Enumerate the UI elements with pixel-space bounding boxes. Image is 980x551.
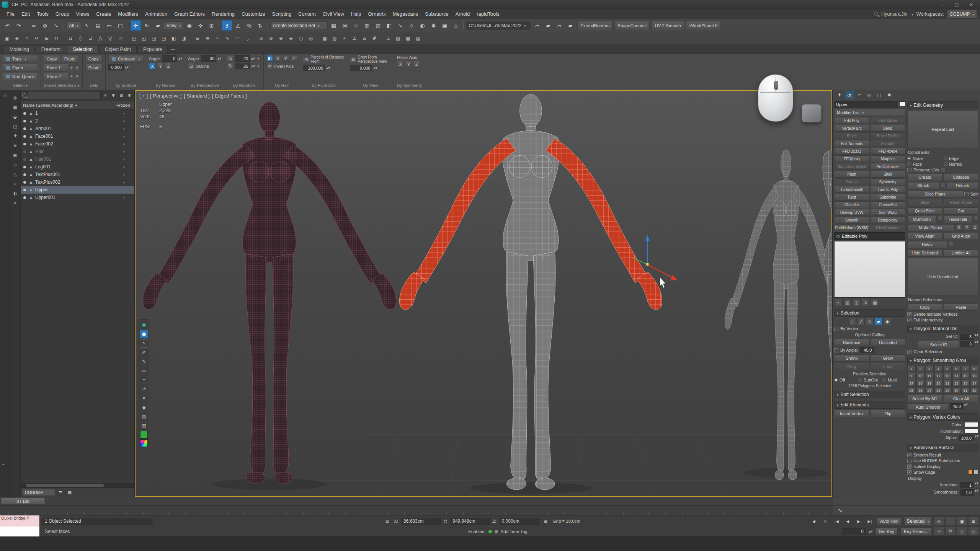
paint-deform-icon[interactable]: ◡ [243,34,252,43]
shrink-button[interactable]: Shrink [834,354,869,362]
by-angle-field[interactable]: 45.0 [860,347,874,353]
spinner[interactable]: ▲▼ [975,334,978,340]
select-paint-cursor-icon[interactable]: ↖ [140,339,148,347]
outline-tool-icon[interactable]: ◰ [129,34,139,43]
menu-item[interactable]: rapidTools [473,9,503,19]
menu-item[interactable]: Civil View [319,9,348,19]
spinner[interactable]: ▲▼ [975,341,978,348]
symmetry-y-toggle[interactable]: Y [405,61,412,67]
smoothing-group-button[interactable]: 27 [925,387,934,394]
half-x-toggle[interactable]: X [274,55,281,62]
visibility-dot-icon[interactable] [22,172,27,177]
named-paste-button[interactable]: Paste [944,303,979,311]
grow-view-field[interactable]: 0.000 [350,65,372,71]
relax-button[interactable]: Relax [907,241,947,248]
name-column-header[interactable]: Name (Sorted Ascending) [23,103,74,108]
point-draw-icon[interactable]: • [140,376,148,384]
bind-to-space-warp-icon[interactable]: ∿ [51,20,61,31]
modifier-list-dropdown[interactable]: Modifier List [834,109,905,116]
select-and-move-icon[interactable]: ✛ [131,20,141,31]
frozen-cell[interactable]: ∗ [115,150,133,154]
spinner[interactable]: ▲▼ [178,57,182,60]
symmetry-tool-icon[interactable]: ◳ [159,34,168,43]
window-crossing-icon[interactable]: ▢ [115,20,126,31]
smoothing-group-button[interactable]: 7 [961,365,970,372]
modifier-button[interactable]: Smooth [834,217,869,223]
explorer-settings-icon[interactable]: ✱ [126,92,133,99]
tessellate-settings-icon[interactable] [973,216,978,221]
planar-x-button[interactable]: X [956,224,962,231]
filter-containers-icon[interactable]: ⌗ [11,179,20,188]
align-icon[interactable]: ≡ [351,20,361,31]
chamfer-tool-icon[interactable]: ⊿ [86,34,95,43]
modifier-button[interactable]: Bevel [834,132,869,139]
macro-icon-4[interactable]: ▰ [565,20,575,31]
collapse-tool-icon[interactable]: ≡ [203,34,212,43]
select-and-rotate-icon[interactable]: ↻ [142,20,152,31]
delete-isolated-vertices-checkbox[interactable]: Delete Isolated Vertices [907,312,978,316]
frozen-cell[interactable]: ∗ [115,111,133,116]
unhide-tool-icon[interactable]: ▤ [413,34,423,43]
soft-selection-icon[interactable]: ⊙ [256,34,266,43]
explorer-column-header[interactable]: Name (Sorted Ascending) ▲ Frozen [21,101,134,109]
visibility-dot-icon[interactable] [22,180,27,184]
store-1-set-icon[interactable]: ≣ [75,65,80,70]
filter-dropdown-icon[interactable]: ▼ [110,92,117,99]
smooth-tool-icon[interactable]: ≈ [213,34,222,43]
frozen-cell[interactable]: ∗ [115,180,133,184]
rendered-frame-icon[interactable]: ▣ [439,20,450,31]
frozen-cell[interactable]: ∗ [115,188,133,192]
swift-loop-icon[interactable]: ◈ [12,34,21,43]
menu-item[interactable]: Arnold [452,9,474,19]
stack-bulb-icon[interactable]: ○ [836,234,840,238]
track-bar[interactable] [0,505,833,515]
occluded-button[interactable]: Occluded [871,339,906,346]
cage-selected-color-swatch[interactable] [974,470,978,474]
modifier-button[interactable]: Retopology [870,217,905,223]
layer-manager-icon[interactable]: ▥ [362,20,372,31]
visibility-dot-icon[interactable] [22,142,27,146]
current-frame-field[interactable]: 0 [843,528,866,535]
frozen-cell[interactable]: ∗ [115,119,133,123]
auto-smooth-angle-field[interactable]: 45.0 [950,403,963,409]
polygon-modeling-icon[interactable]: ▣ [2,34,11,43]
fill-color-icon[interactable]: ◆ [140,403,148,412]
smoothing-group-button[interactable]: 6 [952,365,961,372]
visibility-dot-icon[interactable] [22,134,27,139]
script-button[interactable]: ShapeConnect [614,21,650,30]
model-center-upper[interactable] [400,95,662,490]
menu-item[interactable]: Rendering [208,9,238,19]
filter-helpers-icon[interactable]: ✚ [11,132,20,140]
pan-icon[interactable]: ✛ [934,527,944,536]
select-and-link-icon[interactable]: ∞ [29,20,39,31]
spinner[interactable]: ▲▼ [373,67,377,69]
list-item[interactable]: ▲ 1 ∗ [21,109,134,117]
half-y-toggle[interactable]: Y [282,55,289,62]
maximize-viewport-icon[interactable]: ◱ [968,527,979,536]
isoline-display-checkbox[interactable]: Isoline Display [907,464,978,469]
frozen-cell[interactable]: ∗ [115,165,133,169]
filter-materials-icon[interactable]: ◐ [11,189,20,197]
conform-tool-icon[interactable]: ◠ [233,34,242,43]
cage-color-swatch[interactable] [968,470,973,474]
menu-item[interactable]: Scripting [269,9,295,19]
explorer-horizontal-scrollbar[interactable] [21,483,134,487]
selection-rollout-header[interactable]: Selection [834,309,905,317]
copy-page-icon[interactable]: ▤ [140,412,148,421]
search-icon[interactable] [874,12,878,16]
frozen-column-header[interactable]: Frozen [114,103,132,108]
modifier-button[interactable]: Skin Wrap [870,209,905,216]
workspace-dropdown[interactable]: CGBUMP [947,10,977,18]
edge-subobject-icon[interactable]: ╱ [857,318,865,325]
attach-button[interactable]: Attach [907,182,939,189]
grid-toggle-icon[interactable]: ▦ [541,517,550,525]
smoothing-group-button[interactable]: 11 [925,373,934,379]
menu-item[interactable]: Graph Editors [171,9,208,19]
set-key-mode-icon[interactable]: ◆ [810,517,818,525]
visibility-dot-icon[interactable] [22,111,27,116]
random-percent-field[interactable]: 20 [235,55,250,62]
perspective-viewport[interactable]: [ + ] [ Perspective ] [ Standard ] [ Edg… [135,90,832,497]
list-item[interactable]: ▲ Face002 ∗ [21,140,134,148]
smoothing-group-button[interactable]: 23 [961,380,970,386]
menu-item[interactable]: Megascans [389,9,421,19]
